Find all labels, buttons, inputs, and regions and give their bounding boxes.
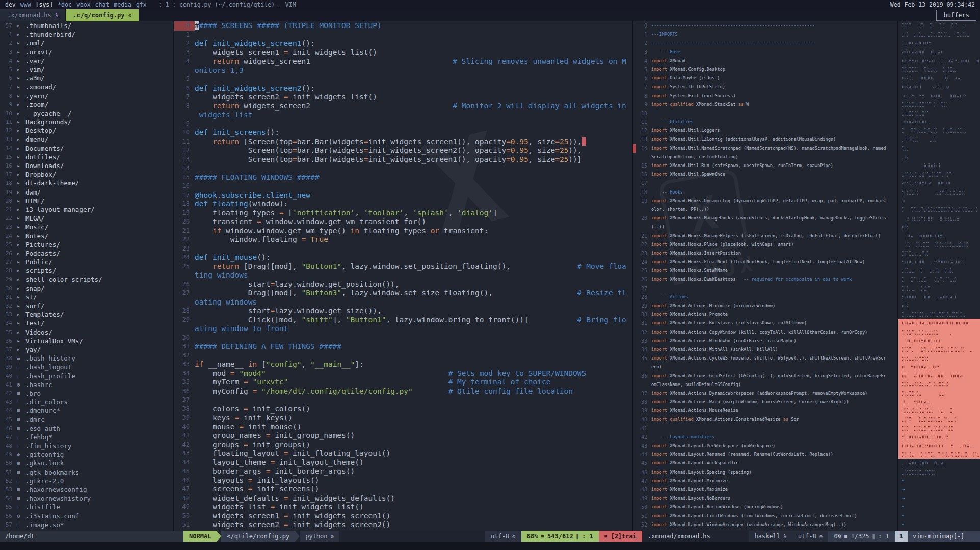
code-line[interactable]: 15import XMonad.Util.Run (safeSpawn, uns… <box>633 161 897 170</box>
code-line[interactable]: 7import System.IO (hPutStrLn) <box>633 82 897 91</box>
code-line[interactable]: 12 Screen(top=bar.Bar(widgets=init_widge… <box>174 146 632 155</box>
tree-file-item[interactable]: 55≡.histfile <box>0 503 173 511</box>
tree-file-item[interactable]: 49◆.gitconfig <box>0 450 173 459</box>
tree-file-item[interactable]: 41⚙.bashrc <box>0 380 173 389</box>
code-line[interactable]: 9import qualified XMonad.StackSet as W <box>633 100 897 109</box>
tmux-window[interactable]: dev <box>5 1 16 8</box>
tree-dir-item[interactable]: 10▸__pycache__/ <box>0 109 173 118</box>
tree-dir-item[interactable]: 8▸.yarn/ <box>0 92 173 100</box>
code-line[interactable]: 38import XMonad.Actions.Warp (warpToWind… <box>633 398 897 406</box>
code-line[interactable]: omClassName, buildDefaultGSConfig) <box>633 380 897 389</box>
code-line[interactable]: 46import XMonad.Layout.Spacing (spacing) <box>633 468 897 477</box>
tree-dir-item[interactable]: 3▸.urxvt/ <box>0 48 173 57</box>
tree-file-item[interactable]: 48≡.fim_history <box>0 442 173 450</box>
code-line[interactable]: 10 <box>633 109 897 118</box>
code-line[interactable]: 37 <box>174 396 632 405</box>
code-line[interactable]: 0##### SCREENS ##### (TRIPLE MONITOR SET… <box>174 21 632 31</box>
tree-file-item[interactable]: 45≡.dmrc <box>0 415 173 424</box>
nerdtree-pane[interactable]: 57▸.thumbnails/1▸.thunderbird/2▸.uml/3▸.… <box>0 21 174 531</box>
command-line[interactable] <box>0 542 980 550</box>
code-line[interactable]: 1---IMPORTS <box>633 30 897 39</box>
tree-dir-item[interactable]: 9▸.zoom/ <box>0 100 173 109</box>
tree-file-item[interactable]: 54≡.haxornewshistory <box>0 494 173 503</box>
code-line[interactable]: 19 floating_types = ['notification', 'to… <box>174 209 632 218</box>
code-line[interactable]: 19import XMonad.Hooks.DynamicLog (dynami… <box>633 197 897 205</box>
code-line[interactable]: 16 <box>174 182 632 191</box>
tree-dir-item[interactable]: 7▸.xmonad/ <box>0 82 173 91</box>
code-line[interactable]: ScratchpadAction, customFloating) <box>633 153 897 161</box>
code-line[interactable]: 50 widgets_screen1 = init_widgets_screen… <box>174 512 632 521</box>
tree-dir-item[interactable]: 12▸Desktop/ <box>0 126 173 135</box>
code-line[interactable]: 2def init_widgets_screen1(): <box>174 39 632 48</box>
tree-dir-item[interactable]: 18▸dt-dark-theme/ <box>0 179 173 187</box>
tree-dir-item[interactable]: 17▸Dropbox/ <box>0 170 173 179</box>
python-editor-pane[interactable]: 0##### SCREENS ##### (TRIPLE MONITOR SET… <box>174 21 633 531</box>
tree-dir-item[interactable]: 15▸dotfiles/ <box>0 153 173 161</box>
tree-dir-item[interactable]: 57▸.thumbnails/ <box>0 21 173 30</box>
code-line[interactable]: 42 -- Layouts modifiers <box>633 433 897 442</box>
tmux-window[interactable]: www <box>20 1 31 8</box>
tree-file-item[interactable]: 43≡.dir_colors <box>0 398 173 406</box>
code-line[interactable]: 20 transient = window.window.get_wm_tran… <box>174 217 632 227</box>
tmux-window[interactable]: chat <box>95 1 110 8</box>
code-line[interactable]: 47 screens = init_screens() <box>174 485 632 494</box>
code-line[interactable]: 36import XMonad.Actions.GridSelect (GSCo… <box>633 372 897 380</box>
code-line[interactable]: 44import XMonad.Layout.Renamed (renamed,… <box>633 450 897 459</box>
tmux-window[interactable]: *doc <box>58 1 72 8</box>
tree-dir-item[interactable]: 36▸VirtualBox VMs/ <box>0 337 173 345</box>
tree-dir-item[interactable]: 13▸dmenu/ <box>0 135 173 144</box>
code-line[interactable]: 39import XMonad.Actions.MouseResize <box>633 406 897 415</box>
code-line[interactable]: 51import XMonad.Layout.LimitWindows (lim… <box>633 512 897 520</box>
code-line[interactable]: 4import XMonad <box>633 57 897 65</box>
code-line[interactable]: 35import XMonad.Actions.CycleWS (moveTo,… <box>633 354 897 363</box>
code-line[interactable]: ting windows <box>174 271 632 280</box>
code-line[interactable]: 52import XMonad.Layout.WindowArranger (w… <box>633 520 897 529</box>
code-line[interactable]: 24import XMonad.Hooks.FloatNext (floatNe… <box>633 258 897 266</box>
tree-file-item[interactable]: 46≡.esd_auth <box>0 424 173 433</box>
code-line[interactable]: 42 groups = init_groups() <box>174 441 632 450</box>
code-line[interactable]: 17 <box>633 179 897 187</box>
code-line[interactable]: 21 if window.window.get_wm_type() in flo… <box>174 227 632 236</box>
code-line[interactable]: 41 group_names = init_group_names() <box>174 431 632 441</box>
code-line[interactable]: 33if __name__ in ["config", "__main__"]: <box>174 360 632 369</box>
code-line[interactable]: 38 colors = init_colors() <box>174 405 632 414</box>
tree-dir-item[interactable]: 33▸Templates/ <box>0 310 173 319</box>
code-line[interactable]: 37import XMonad.Actions.DynamicWorkspace… <box>633 389 897 398</box>
code-line[interactable]: 24def init_mouse(): <box>174 253 632 262</box>
code-line[interactable]: 18 -- Hooks <box>633 188 897 197</box>
code-line[interactable]: 9 <box>174 120 632 129</box>
code-line[interactable]: 2---------------------------------------… <box>633 39 897 47</box>
code-line[interactable]: 28 start=lazy.window.get_size()), <box>174 307 632 316</box>
code-line[interactable]: 25import XMonad.Hooks.SetWMName <box>633 266 897 275</box>
code-line[interactable]: 29 Click([mod, "shift"], "Button1", lazy… <box>174 316 632 325</box>
code-line[interactable]: 41 <box>633 424 897 433</box>
code-line[interactable]: (..)) <box>633 223 897 231</box>
code-line[interactable]: 1 <box>174 31 632 40</box>
code-line[interactable]: 35 myTerm = "urxvtc" # My terminal of ch… <box>174 378 632 387</box>
code-line[interactable]: 34import XMonad.Actions.WithAll (sinkAll… <box>633 345 897 354</box>
code-line[interactable]: 32import XMonad.Actions.CopyWindow (kill… <box>633 328 897 337</box>
code-line[interactable]: 18def floating(window): <box>174 200 632 209</box>
code-line[interactable]: 16import XMonad.Util.SpawnOnce <box>633 170 897 179</box>
tmux-window[interactable]: gfx <box>136 1 147 8</box>
tree-dir-item[interactable]: 32▸surf/ <box>0 301 173 310</box>
code-line[interactable]: 29import XMonad.Actions.Minimize (minimi… <box>633 301 897 310</box>
tree-file-item[interactable]: 53≡.haxornewsconfig <box>0 485 173 494</box>
code-line[interactable]: 27 Drag([mod], "Button3", lazy.window.se… <box>174 289 632 298</box>
code-line[interactable]: 32 <box>174 351 632 361</box>
code-line[interactable]: 33import XMonad.Actions.WindowGo (runOrR… <box>633 337 897 345</box>
code-line[interactable]: 36 myConfig = "/home/dt/.config/qtile/co… <box>174 387 632 396</box>
code-line[interactable]: 12import XMonad.Util.Loggers <box>633 126 897 135</box>
code-line[interactable]: 48 widget_defaults = init_widgets_defaul… <box>174 494 632 503</box>
code-line[interactable]: 3 -- Base <box>633 48 897 57</box>
code-line[interactable]: 4 return widgets_screen1 # Slicing remov… <box>174 57 632 66</box>
code-line[interactable]: 14import XMonad.Util.NamedScratchpad (Na… <box>633 144 897 153</box>
code-line[interactable]: onitors 1,3 <box>174 66 632 75</box>
code-line[interactable]: 11 return [Screen(top=bar.Bar(widgets=in… <box>174 138 632 147</box>
tree-file-item[interactable]: 47≡.fehbg* <box>0 433 173 442</box>
tree-dir-item[interactable]: 14▸Documents/ <box>0 144 173 153</box>
code-line[interactable]: 14 <box>174 164 632 173</box>
code-line[interactable]: 45import XMonad.Layout.WorkspaceDir <box>633 459 897 468</box>
tree-file-item[interactable]: 56⚙.i3status.conf <box>0 512 173 520</box>
haskell-editor-pane[interactable]: 0---------------------------------------… <box>633 21 898 531</box>
